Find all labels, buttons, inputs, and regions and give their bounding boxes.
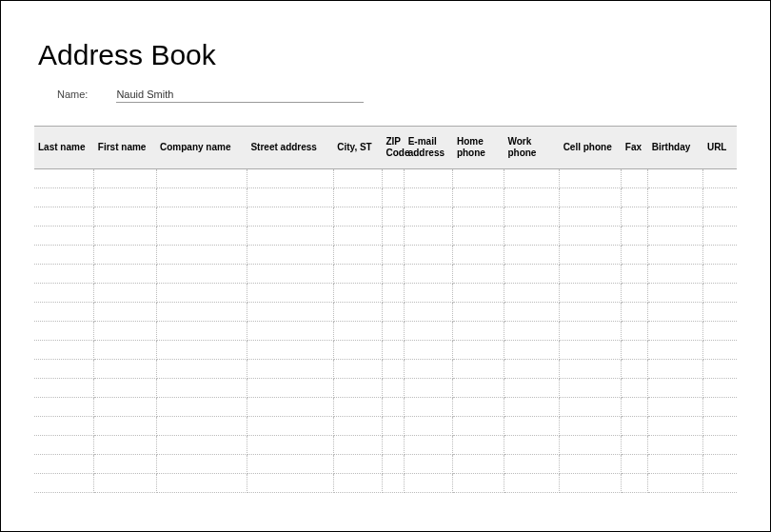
table-cell[interactable] (648, 284, 703, 303)
table-cell[interactable] (382, 284, 404, 303)
table-cell[interactable] (94, 188, 156, 207)
table-cell[interactable] (560, 246, 622, 265)
table-cell[interactable] (405, 379, 453, 398)
table-cell[interactable] (560, 417, 622, 436)
table-cell[interactable] (560, 436, 622, 455)
table-cell[interactable] (405, 322, 453, 341)
table-cell[interactable] (34, 227, 94, 246)
table-cell[interactable] (34, 246, 94, 265)
table-cell[interactable] (560, 188, 622, 207)
table-cell[interactable] (156, 207, 247, 227)
table-cell[interactable] (382, 417, 404, 436)
table-cell[interactable] (247, 474, 333, 493)
table-cell[interactable] (94, 360, 156, 379)
table-cell[interactable] (622, 188, 648, 207)
table-cell[interactable] (504, 398, 559, 417)
table-cell[interactable] (504, 322, 559, 341)
table-cell[interactable] (156, 227, 247, 246)
table-cell[interactable] (648, 265, 703, 284)
table-cell[interactable] (504, 246, 559, 265)
table-cell[interactable] (405, 169, 453, 188)
table-cell[interactable] (333, 474, 382, 493)
table-cell[interactable] (453, 227, 504, 246)
table-cell[interactable] (622, 398, 648, 417)
table-cell[interactable] (560, 360, 622, 379)
table-cell[interactable] (504, 474, 559, 493)
table-cell[interactable] (333, 436, 382, 455)
table-cell[interactable] (504, 341, 559, 360)
table-cell[interactable] (247, 417, 333, 436)
table-cell[interactable] (703, 379, 737, 398)
table-cell[interactable] (504, 303, 559, 322)
table-cell[interactable] (156, 417, 247, 436)
table-cell[interactable] (34, 188, 94, 207)
table-cell[interactable] (382, 169, 404, 188)
table-cell[interactable] (648, 227, 703, 246)
table-cell[interactable] (622, 284, 648, 303)
table-cell[interactable] (94, 417, 156, 436)
table-cell[interactable] (156, 455, 247, 474)
table-cell[interactable] (504, 360, 559, 379)
table-cell[interactable] (94, 207, 156, 227)
table-cell[interactable] (453, 188, 504, 207)
table-cell[interactable] (622, 436, 648, 455)
table-cell[interactable] (453, 436, 504, 455)
table-cell[interactable] (648, 169, 703, 188)
table-cell[interactable] (405, 265, 453, 284)
table-cell[interactable] (247, 341, 333, 360)
table-cell[interactable] (703, 169, 737, 188)
table-cell[interactable] (94, 284, 156, 303)
table-cell[interactable] (333, 284, 382, 303)
table-cell[interactable] (648, 303, 703, 322)
table-cell[interactable] (622, 303, 648, 322)
table-cell[interactable] (703, 436, 737, 455)
table-cell[interactable] (703, 284, 737, 303)
table-cell[interactable] (94, 246, 156, 265)
table-cell[interactable] (156, 169, 247, 188)
table-cell[interactable] (156, 322, 247, 341)
table-cell[interactable] (648, 341, 703, 360)
table-cell[interactable] (333, 265, 382, 284)
table-cell[interactable] (333, 379, 382, 398)
table-cell[interactable] (405, 436, 453, 455)
table-cell[interactable] (405, 227, 453, 246)
table-cell[interactable] (453, 398, 504, 417)
table-cell[interactable] (703, 227, 737, 246)
table-cell[interactable] (333, 341, 382, 360)
table-cell[interactable] (405, 474, 453, 493)
table-cell[interactable] (405, 417, 453, 436)
table-cell[interactable] (333, 227, 382, 246)
table-cell[interactable] (703, 303, 737, 322)
table-cell[interactable] (156, 474, 247, 493)
table-cell[interactable] (648, 436, 703, 455)
table-cell[interactable] (247, 227, 333, 246)
table-cell[interactable] (560, 169, 622, 188)
table-cell[interactable] (405, 188, 453, 207)
table-cell[interactable] (453, 379, 504, 398)
table-cell[interactable] (560, 341, 622, 360)
table-cell[interactable] (34, 360, 94, 379)
table-cell[interactable] (156, 360, 247, 379)
table-cell[interactable] (247, 360, 333, 379)
table-cell[interactable] (34, 436, 94, 455)
table-cell[interactable] (405, 455, 453, 474)
table-cell[interactable] (648, 188, 703, 207)
table-cell[interactable] (622, 207, 648, 227)
table-cell[interactable] (382, 207, 404, 227)
table-cell[interactable] (648, 246, 703, 265)
table-cell[interactable] (156, 188, 247, 207)
table-cell[interactable] (453, 303, 504, 322)
table-cell[interactable] (648, 322, 703, 341)
table-cell[interactable] (504, 207, 559, 227)
table-cell[interactable] (703, 398, 737, 417)
table-cell[interactable] (622, 379, 648, 398)
table-cell[interactable] (247, 265, 333, 284)
table-cell[interactable] (247, 455, 333, 474)
table-cell[interactable] (247, 398, 333, 417)
table-cell[interactable] (333, 303, 382, 322)
table-cell[interactable] (34, 169, 94, 188)
table-cell[interactable] (382, 188, 404, 207)
table-cell[interactable] (382, 322, 404, 341)
table-cell[interactable] (382, 227, 404, 246)
table-cell[interactable] (94, 398, 156, 417)
